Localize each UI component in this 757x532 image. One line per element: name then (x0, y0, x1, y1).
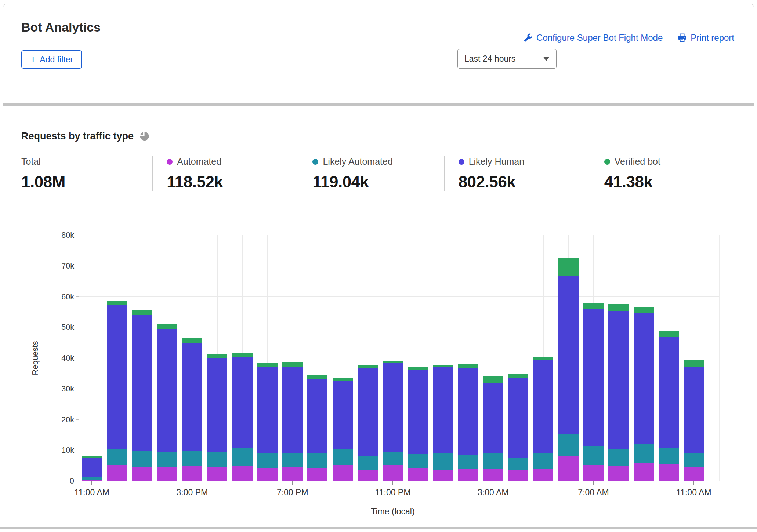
stat-verified-bot-value: 41.38k (604, 173, 732, 191)
stat-likely-human-label: Likely Human (469, 156, 524, 167)
stat-total-label: Total (21, 156, 41, 167)
stat-automated: Automated 118.52k (152, 156, 298, 191)
bar-slot (180, 235, 204, 481)
add-filter-label: Add filter (40, 55, 73, 65)
bar-segment (132, 451, 152, 467)
bar-segment (558, 258, 579, 276)
bar-segment (132, 310, 152, 315)
bar-segment (433, 367, 453, 453)
bar-slot (656, 235, 681, 481)
bar-segment (358, 456, 378, 470)
bar-segment (634, 307, 654, 313)
x-tick-label: 3:00 AM (478, 488, 508, 498)
bar-slot (305, 235, 330, 481)
x-tick-mark (392, 481, 393, 485)
wrench-icon (523, 33, 533, 43)
bar-segment (107, 449, 127, 465)
bar-segment (684, 467, 704, 481)
bar-segment (157, 329, 177, 452)
stacked-bar (458, 235, 478, 481)
section-title-row: Requests by traffic type (21, 131, 149, 142)
bar-slot (430, 235, 455, 481)
panel-bottom-divider (0, 527, 757, 529)
x-axis: 11:00 AM3:00 PM7:00 PM11:00 PM3:00 AM7:0… (79, 481, 706, 510)
bar-segment (207, 467, 227, 481)
plot-area (79, 235, 720, 481)
bar-segment (583, 303, 604, 309)
bar-segment (182, 466, 202, 481)
bar-segment (182, 451, 202, 466)
bar-segment (508, 458, 528, 470)
stacked-bar (107, 235, 127, 481)
bar-segment (458, 368, 478, 455)
x-tick-mark (292, 481, 293, 485)
y-tick-mark (76, 419, 79, 420)
y-tick-mark (76, 296, 79, 297)
bar-segment (533, 357, 553, 360)
bar-slot (556, 235, 581, 481)
time-range-value: Last 24 hours (464, 54, 515, 64)
y-axis-title: Requests (30, 341, 40, 375)
bar-slot (405, 235, 430, 481)
bar-segment (508, 378, 528, 458)
y-tick-label: 40k (61, 354, 74, 363)
bar-segment (107, 301, 127, 305)
bar-slot (456, 235, 481, 481)
bar-segment (659, 464, 679, 481)
bar-segment (608, 466, 629, 481)
bar-segment (358, 365, 378, 368)
bar-slot (506, 235, 530, 481)
bar-segment (358, 470, 378, 481)
bar-segment (608, 449, 629, 466)
stat-verified-bot-label: Verified bot (615, 156, 660, 167)
printer-icon (677, 33, 687, 43)
bar-slot (205, 235, 230, 481)
bar-segment (107, 465, 127, 481)
bar-segment (558, 456, 579, 481)
bar-segment (659, 448, 679, 464)
bar-slot (481, 235, 506, 481)
bar-segment (333, 381, 353, 449)
stacked-bar (659, 235, 679, 481)
bar-segment (508, 374, 528, 378)
stat-likely-human-value: 802.56k (459, 173, 586, 191)
bar-segment (232, 466, 253, 481)
bar-segment (634, 313, 654, 444)
bar-segment (383, 363, 403, 452)
stacked-bar (433, 235, 453, 481)
stacked-bar (383, 235, 403, 481)
x-tick-mark (693, 481, 694, 485)
bar-segment (558, 434, 579, 456)
configure-super-bot-fight-mode-link[interactable]: Configure Super Bot Fight Mode (523, 33, 663, 43)
stacked-bar (583, 235, 604, 481)
bar-segment (684, 453, 704, 466)
stat-total: Total 1.08M (21, 156, 152, 191)
stacked-bar (307, 235, 327, 481)
stat-likely-automated-label: Likely Automated (323, 156, 392, 167)
bar-segment (182, 343, 202, 451)
add-filter-button[interactable]: + Add filter (21, 50, 82, 69)
bar-segment (132, 467, 152, 481)
bar-segment (583, 465, 604, 481)
bar-segment (408, 454, 428, 468)
y-tick-label: 20k (61, 415, 74, 424)
bar-segment (257, 468, 278, 481)
stacked-bar (358, 235, 378, 481)
plus-icon: + (30, 54, 36, 64)
bar-segment (282, 453, 303, 467)
time-range-select[interactable]: Last 24 hours (457, 49, 557, 69)
bar-segment (232, 357, 253, 447)
print-report-link[interactable]: Print report (677, 33, 734, 43)
bar-segment (307, 453, 327, 468)
bar-segment (483, 469, 503, 481)
x-axis-title: Time (local) (371, 507, 414, 517)
print-link-label: Print report (691, 33, 734, 43)
y-tick-label: 10k (61, 446, 74, 455)
bar-segment (207, 354, 227, 358)
x-tick-mark (593, 481, 594, 485)
y-tick-label: 0 (70, 477, 74, 486)
x-tick-label: 7:00 PM (277, 488, 308, 498)
bar-segment (257, 453, 278, 468)
header-actions: Configure Super Bot Fight Mode Print rep… (523, 33, 734, 43)
x-tick-label: 11:00 PM (375, 488, 411, 498)
